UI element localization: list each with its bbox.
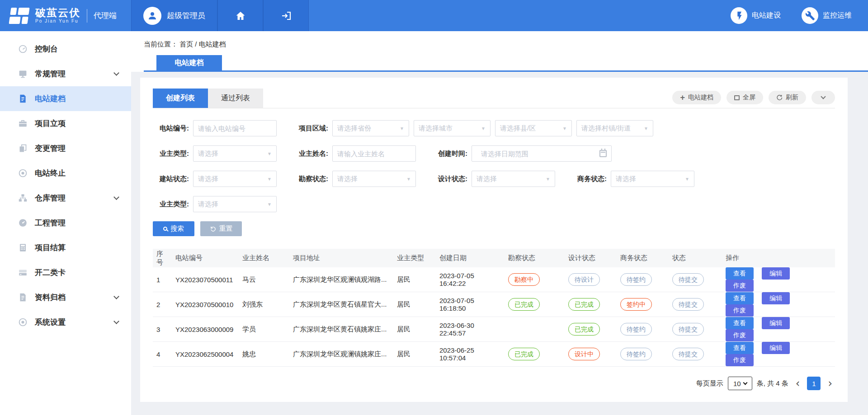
sidebar-item-general-mgmt[interactable]: 常规管理 — [0, 61, 131, 86]
build-status-label: 建站状态: — [153, 175, 189, 183]
caret-down-icon: ▼ — [562, 126, 567, 131]
page-number-current[interactable]: 1 — [807, 377, 821, 390]
user-avatar — [143, 7, 161, 25]
build-status-select[interactable]: 请选择▼ — [193, 171, 277, 187]
cell-owner-type: 居民 — [393, 317, 436, 342]
view-button[interactable]: 查看 — [726, 292, 754, 304]
col-design-status: 设计状态 — [565, 249, 617, 267]
owner-name-label: 业主姓名: — [292, 149, 328, 158]
cell-owner-type: 居民 — [393, 342, 436, 367]
nav-label: 电站建设 — [752, 11, 781, 20]
fullscreen-button[interactable]: 全屏 — [726, 91, 763, 104]
sidebar-item-engineering-mgmt[interactable]: 工程管理 — [0, 210, 131, 235]
chevron-down-icon — [113, 318, 119, 324]
edit-button[interactable]: 编辑 — [762, 317, 790, 329]
edit-button[interactable]: 编辑 — [762, 267, 790, 280]
city-select[interactable]: 请选择城市▼ — [414, 120, 491, 136]
refresh-button[interactable]: 刷新 — [769, 91, 806, 104]
table-row: 4 YX2023062500004 姚忠 广东深圳龙华区观澜镇姚家庄... 居民… — [153, 342, 835, 367]
town-select[interactable]: 请选择村镇/街道▼ — [576, 120, 653, 136]
cell-owner-type: 居民 — [393, 267, 436, 292]
col-station-code: 电站编号 — [172, 249, 239, 267]
prev-page-button[interactable]: ‹ — [793, 378, 803, 389]
caret-down-icon: ▼ — [400, 126, 404, 131]
view-button[interactable]: 查看 — [726, 342, 754, 354]
business-status-badge: 待签约 — [620, 348, 652, 360]
gauge-icon — [18, 44, 28, 54]
view-button[interactable]: 查看 — [726, 317, 754, 329]
station-code-input[interactable] — [193, 120, 277, 136]
business-status-badge: 待签约 — [620, 273, 652, 286]
cell-project-address: 广东深圳龙华区黄石镇星官大... — [289, 292, 393, 317]
breadcrumb-label: 当前位置： — [144, 40, 178, 48]
sidebar-item-change-mgmt[interactable]: 变更管理 — [0, 136, 131, 161]
cell-project-address: 广东深圳龙华区观澜镇姚家庄... — [289, 342, 393, 367]
edit-button[interactable]: 编辑 — [762, 342, 790, 354]
design-status-badge: 设计中 — [568, 348, 600, 360]
date-range-input[interactable] — [476, 146, 585, 161]
sidebar-item-system-settings[interactable]: 系统设置 — [0, 310, 131, 335]
owner-type-select[interactable]: 请选择▼ — [193, 145, 277, 162]
reset-button[interactable]: 重置 — [200, 221, 242, 236]
business-status-select[interactable]: 请选择▼ — [611, 171, 694, 187]
cell-created-date: 2023-07-05 16:42:22 — [436, 267, 505, 292]
sidebar-item-warehouse-mgmt[interactable]: 仓库管理 — [0, 186, 131, 210]
design-status-select[interactable]: 请选择▼ — [472, 171, 555, 187]
void-button[interactable]: 作废 — [726, 329, 754, 341]
chevron-down-icon — [113, 194, 119, 200]
design-status-badge: 待设计 — [568, 273, 600, 286]
caret-down-icon — [743, 381, 747, 385]
sidebar-item-project-settlement[interactable]: 项目结算 — [0, 235, 131, 260]
owner-name-input[interactable] — [332, 145, 416, 162]
province-select[interactable]: 请选择省份▼ — [332, 120, 409, 136]
per-page-select[interactable]: 10 — [728, 377, 752, 390]
void-button[interactable]: 作废 — [726, 304, 754, 317]
plus-icon: + — [680, 93, 685, 102]
sidebar-item-station-filing[interactable]: 电站建档 — [0, 86, 131, 111]
void-button[interactable]: 作废 — [726, 354, 754, 366]
col-survey-status: 勘察状态 — [505, 249, 565, 267]
project-region-label: 项目区域: — [292, 124, 328, 133]
logout-button[interactable] — [263, 0, 309, 31]
chevron-down-icon — [113, 70, 119, 76]
survey-status-select[interactable]: 请选择▼ — [332, 171, 416, 187]
cell-no: 4 — [153, 342, 172, 367]
home-button[interactable] — [217, 0, 263, 31]
sidebar-item-console[interactable]: 控制台 — [0, 37, 131, 61]
table-row: 3 YX2023063000009 学员 广东深圳龙华区黄石镇姚家庄... 居民… — [153, 317, 835, 342]
owner-type2-select[interactable]: 请选择▼ — [193, 196, 277, 212]
station-code-label: 电站编号: — [153, 124, 189, 133]
search-button[interactable]: 搜索 — [153, 221, 194, 236]
sidebar-item-project-initiation[interactable]: 项目立项 — [0, 111, 131, 136]
search-icon — [163, 227, 167, 231]
add-station-button[interactable]: + 电站建档 — [672, 91, 721, 104]
sidebar-item-data-archive[interactable]: 资料归档 — [0, 285, 131, 310]
current-user[interactable]: 超级管理员 — [131, 0, 217, 31]
county-select[interactable]: 请选择县/区▼ — [495, 120, 572, 136]
date-range-picker[interactable] — [472, 145, 612, 162]
next-page-button[interactable]: › — [825, 378, 835, 389]
breadcrumb: 当前位置： 首页 / 电站建档 — [144, 40, 868, 49]
view-button[interactable]: 查看 — [726, 267, 754, 280]
calculator-icon — [18, 243, 28, 252]
page-tab-station-filing[interactable]: 电站建档 — [156, 55, 222, 70]
cell-created-date: 2023-07-05 16:18:50 — [436, 292, 505, 317]
brand-logo: 破茧云伏 Po Jian Yun Fu 代理端 — [0, 0, 131, 31]
void-button[interactable]: 作废 — [726, 280, 754, 292]
document-icon — [18, 293, 28, 302]
sidebar-item-type2-card[interactable]: 开二类卡 — [0, 260, 131, 285]
chevron-down-icon — [113, 294, 119, 299]
tab-passed-list[interactable]: 通过列表 — [208, 89, 263, 108]
sidebar-item-station-termination[interactable]: 电站终止 — [0, 161, 131, 186]
reset-icon — [210, 226, 216, 232]
dashboard-icon — [18, 218, 28, 228]
collapse-toolbar-button[interactable] — [811, 91, 835, 104]
station-table: 序号 电站编号 业主姓名 项目地址 业主类型 创建日期 勘察状态 设计状态 商务… — [153, 249, 835, 367]
nav-station-construction[interactable]: 电站建设 — [731, 7, 781, 24]
col-owner-name: 业主姓名 — [239, 249, 289, 267]
station-filing-panel: 创建列表 通过列表 + 电站建档 全屏 — [140, 78, 848, 402]
tab-create-list[interactable]: 创建列表 — [153, 89, 208, 108]
col-project-address: 项目地址 — [289, 249, 393, 267]
edit-button[interactable]: 编辑 — [762, 292, 790, 304]
nav-monitoring-ops[interactable]: 监控运维 — [802, 7, 852, 24]
